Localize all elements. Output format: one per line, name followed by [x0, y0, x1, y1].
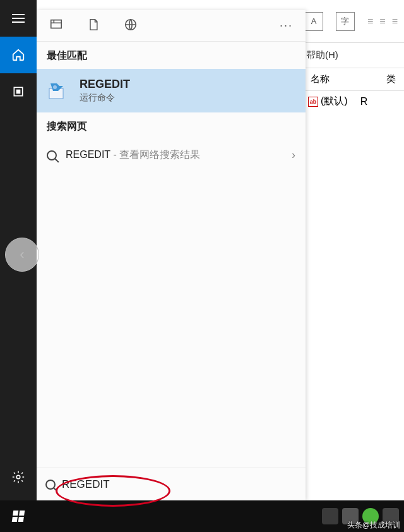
scope-bar: ···: [37, 10, 306, 42]
windows-logo-icon: [12, 511, 25, 522]
search-input[interactable]: [62, 478, 297, 491]
best-match-header: 最佳匹配: [37, 42, 306, 69]
best-match-result[interactable]: REGEDIT 运行命令: [37, 69, 306, 112]
value-type: R: [354, 91, 374, 112]
best-match-subtitle: 运行命令: [80, 92, 130, 104]
search-icon: [45, 480, 56, 490]
settings-button[interactable]: [0, 459, 37, 495]
search-panel: ··· 最佳匹配 REGEDIT 运行命令 搜索网页 REGEDIT - 查看网…: [37, 10, 306, 500]
svg-rect-1: [17, 90, 20, 94]
run-command-icon: [47, 80, 69, 102]
align-icons: ≡≡≡: [367, 16, 398, 27]
scope-web-icon[interactable]: [124, 18, 138, 34]
search-input-row[interactable]: [37, 468, 306, 500]
chevron-right-icon: ›: [292, 148, 295, 162]
svg-point-2: [16, 475, 20, 479]
start-button[interactable]: [0, 500, 37, 532]
col-name[interactable]: 名称: [304, 68, 380, 90]
hamburger-button[interactable]: [0, 0, 37, 37]
gear-icon: [11, 470, 25, 484]
svg-point-8: [53, 85, 57, 89]
registry-value-row[interactable]: ab (默认): [302, 91, 354, 112]
task-icon-1[interactable]: [322, 508, 338, 524]
home-icon: [11, 48, 25, 62]
font-zi-icon: 字: [336, 12, 355, 31]
scope-all-icon[interactable]: [49, 18, 63, 34]
search-icon: [47, 150, 57, 160]
collections-button[interactable]: [0, 73, 37, 110]
value-name: (默认): [321, 95, 348, 108]
svg-rect-5: [51, 20, 62, 28]
web-result[interactable]: REGEDIT - 查看网络搜索结果 ›: [37, 140, 306, 171]
nav-back-circle[interactable]: ‹: [5, 238, 39, 272]
scope-docs-icon[interactable]: [87, 17, 100, 35]
col-type[interactable]: 类: [380, 68, 402, 90]
taskbar: [0, 500, 404, 532]
watermark-text: 头条@技成培训: [347, 520, 400, 531]
menu-help[interactable]: 帮助(H): [306, 49, 338, 61]
string-value-icon: ab: [308, 97, 318, 107]
collection-icon: [12, 85, 25, 98]
scope-more-button[interactable]: ···: [280, 19, 293, 32]
web-search-header: 搜索网页: [37, 112, 306, 140]
home-button[interactable]: [0, 37, 37, 73]
best-match-title: REGEDIT: [80, 78, 130, 91]
font-a-icon: A: [304, 12, 323, 31]
web-result-name: REGEDIT: [66, 149, 110, 160]
web-result-note: - 查看网络搜索结果: [110, 149, 200, 160]
